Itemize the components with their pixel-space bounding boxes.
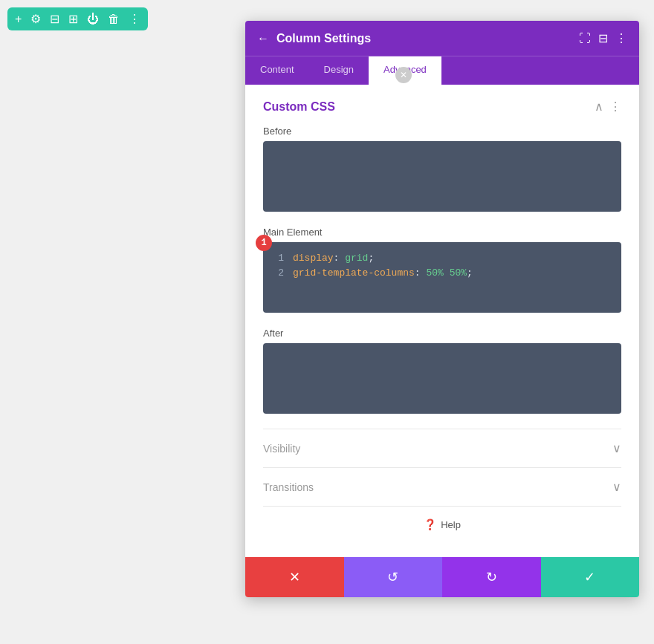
trash-icon[interactable]: 🗑 bbox=[108, 13, 120, 26]
custom-css-title: Custom CSS bbox=[263, 100, 335, 114]
before-label: Before bbox=[263, 126, 621, 137]
transitions-label: Transitions bbox=[263, 481, 314, 493]
css-property-2: grid-template-columns bbox=[293, 267, 415, 279]
panel-header: ← Column Settings ⛶ ⊟ ⋮ bbox=[245, 21, 639, 56]
after-label: After bbox=[263, 328, 621, 339]
split-icon[interactable]: ⊟ bbox=[598, 31, 608, 45]
section-more-icon[interactable]: ⋮ bbox=[609, 100, 621, 114]
help-link[interactable]: ❓ Help bbox=[263, 518, 621, 530]
line-content-1: display: grid; bbox=[293, 251, 374, 266]
add-icon[interactable]: + bbox=[15, 13, 22, 26]
code-line-2: 2 grid-template-columns: 50% 50%; bbox=[272, 266, 612, 281]
after-field: After bbox=[263, 328, 621, 414]
cancel-button[interactable]: ✕ bbox=[245, 557, 344, 597]
redo-button[interactable]: ↻ bbox=[442, 557, 541, 597]
save-button[interactable]: ✓ bbox=[541, 557, 640, 597]
css-value-1: grid bbox=[345, 253, 368, 264]
before-field: Before bbox=[263, 126, 621, 212]
css-value-2: 50% 50% bbox=[426, 267, 467, 279]
transitions-section[interactable]: Transitions ∨ bbox=[263, 467, 621, 506]
tab-content[interactable]: Content bbox=[245, 56, 309, 85]
help-icon: ❓ bbox=[424, 518, 436, 530]
layers-icon[interactable]: ⊟ bbox=[50, 12, 59, 26]
custom-css-section-header: Custom CSS ∧ ⋮ bbox=[263, 100, 621, 114]
close-panel-button[interactable]: ✕ bbox=[395, 67, 412, 83]
help-label: Help bbox=[441, 519, 461, 530]
css-semi-1: ; bbox=[368, 253, 374, 264]
before-code-editor[interactable] bbox=[263, 141, 621, 212]
transitions-arrow-icon: ∨ bbox=[612, 480, 621, 494]
css-semi-2: ; bbox=[467, 267, 473, 279]
visibility-section[interactable]: Visibility ∨ bbox=[263, 429, 621, 467]
badge-1: 1 bbox=[256, 235, 272, 251]
tab-design[interactable]: Design bbox=[309, 56, 369, 85]
reset-button[interactable]: ↺ bbox=[344, 557, 443, 597]
menu-icon[interactable]: ⋮ bbox=[129, 12, 140, 26]
top-toolbar: + ⚙ ⊟ ⊞ ⏻ 🗑 ⋮ bbox=[7, 7, 148, 30]
css-colon-1: : bbox=[334, 253, 346, 264]
visibility-arrow-icon: ∨ bbox=[612, 441, 621, 455]
main-element-field: Main Element 1 1 display: grid; 2 grid-t… bbox=[263, 227, 621, 313]
code-line-1: 1 display: grid; bbox=[272, 251, 612, 266]
section-controls: ∧ ⋮ bbox=[595, 100, 621, 114]
gear-icon[interactable]: ⚙ bbox=[30, 12, 41, 26]
line-number-2: 2 bbox=[272, 266, 284, 281]
visibility-label: Visibility bbox=[263, 443, 300, 455]
help-section: ❓ Help bbox=[263, 506, 621, 542]
grid-icon[interactable]: ⊞ bbox=[68, 12, 78, 26]
line-number-1: 1 bbox=[272, 251, 284, 266]
panel-title: Column Settings bbox=[276, 32, 572, 45]
collapse-icon[interactable]: ∧ bbox=[595, 100, 603, 114]
css-colon-2: : bbox=[415, 267, 427, 279]
bottom-bar: ✕ ↺ ↻ ✓ bbox=[245, 557, 639, 597]
panel-tabs: Content Design Advanced bbox=[245, 56, 639, 85]
line-content-2: grid-template-columns: 50% 50%; bbox=[293, 266, 473, 281]
fullscreen-icon[interactable]: ⛶ bbox=[579, 32, 591, 45]
column-settings-panel: ← Column Settings ⛶ ⊟ ⋮ Content Design A… bbox=[245, 21, 639, 597]
after-code-editor[interactable] bbox=[263, 343, 621, 414]
more-options-icon[interactable]: ⋮ bbox=[615, 31, 627, 45]
power-icon[interactable]: ⏻ bbox=[87, 13, 99, 26]
main-element-label: Main Element bbox=[263, 227, 621, 238]
back-arrow-icon[interactable]: ← bbox=[257, 32, 269, 45]
main-element-code-editor[interactable]: 1 1 display: grid; 2 grid-template-colum… bbox=[263, 242, 621, 313]
css-property-1: display bbox=[293, 253, 334, 264]
panel-body: Custom CSS ∧ ⋮ Before Main Element 1 1 d… bbox=[245, 85, 639, 557]
